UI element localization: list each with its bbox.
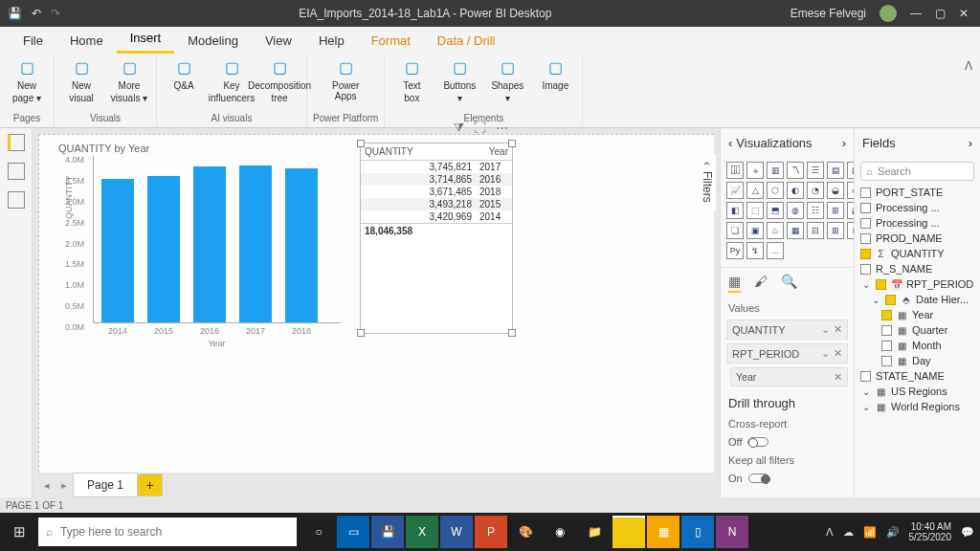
viz-type-icon[interactable]: ◒ (827, 182, 844, 199)
viz-type-icon[interactable]: ☷ (807, 202, 824, 219)
menu-help[interactable]: Help (305, 28, 358, 54)
field-prod-name[interactable]: PROD_NAME (855, 231, 980, 246)
resize-handle-icon[interactable] (357, 140, 365, 147)
user-name[interactable]: Emese Felvegi (791, 7, 866, 20)
powerbi-icon[interactable] (612, 516, 645, 548)
ribbon-newvisual-button[interactable]: ▢Newvisual (60, 57, 102, 103)
ribbon-image-button[interactable]: ▢Image (534, 57, 576, 93)
bar-2015[interactable] (147, 176, 180, 322)
table-row[interactable]: 3,745,8212017 (361, 161, 512, 173)
field-checkbox[interactable] (881, 310, 892, 320)
app-icon[interactable]: 💾 (371, 516, 404, 548)
chevron-down-icon[interactable]: ⌄ (821, 347, 830, 360)
report-view-icon[interactable] (8, 134, 25, 151)
field-checkbox[interactable] (881, 356, 892, 366)
model-view-icon[interactable] (8, 191, 25, 209)
report-canvas[interactable]: QUANTITY by Year QUANTITY 0.0M0.5M1.0M1.… (38, 134, 714, 473)
menu-data-drill[interactable]: Data / Drill (424, 28, 509, 54)
ribbon-power-apps-button[interactable]: ▢Power Apps (324, 57, 367, 103)
table-row[interactable]: 3,714,8652016 (361, 173, 512, 186)
field-checkbox[interactable] (860, 203, 871, 213)
field-processing-[interactable]: Processing ... (855, 215, 980, 231)
app-icon[interactable]: ▭ (337, 516, 369, 548)
save-icon[interactable]: 💾 (8, 7, 22, 20)
powerpoint-icon[interactable]: P (475, 516, 507, 548)
field-well-year[interactable]: Year ✕ (730, 367, 848, 386)
ribbon-shapes--button[interactable]: ▢Shapes▾ (486, 57, 528, 103)
field-port-state[interactable]: PORT_STATE (855, 185, 980, 200)
app-icon[interactable]: ▯ (681, 516, 714, 548)
field-us-regions[interactable]: ⌄▦US Regions (855, 384, 980, 399)
viz-type-icon[interactable]: ▣ (746, 222, 764, 239)
expand-icon[interactable]: ⌄ (870, 295, 880, 305)
viz-type-icon[interactable]: ⊟ (807, 222, 824, 239)
viz-type-icon[interactable]: ⬒ (767, 202, 784, 219)
viz-type-icon[interactable]: ⏚ (746, 162, 764, 179)
menu-format[interactable]: Format (358, 28, 424, 54)
cortana-icon[interactable]: ○ (302, 516, 335, 548)
ribbon-morevisuals--button[interactable]: ▢Morevisuals ▾ (108, 57, 150, 103)
ribbon-newpage--button[interactable]: ▢Newpage ▾ (6, 57, 48, 103)
viz-type-icon[interactable]: Py (726, 242, 744, 259)
bar-chart-visual[interactable]: QUANTITY by Year QUANTITY 0.0M0.5M1.0M1.… (58, 143, 341, 343)
viz-type-icon[interactable]: △ (746, 182, 764, 199)
menu-file[interactable]: File (10, 28, 56, 54)
redo-icon[interactable]: ↷ (51, 7, 60, 20)
field-checkbox[interactable] (860, 233, 871, 244)
viz-type-icon[interactable]: ◔ (807, 182, 824, 199)
start-button[interactable]: ⊞ (0, 523, 38, 540)
field-state-name[interactable]: STATE_NAME (855, 368, 980, 384)
field-checkbox[interactable] (881, 341, 892, 351)
field-processing-[interactable]: Processing ... (855, 200, 980, 215)
viz-type-icon[interactable]: ◐ (787, 182, 804, 199)
table-header[interactable]: QUANTITY Year (361, 143, 512, 161)
filter-icon[interactable]: ⧩ (454, 121, 464, 136)
ribbon-textbox-button[interactable]: ▢Textbox (390, 57, 433, 103)
maximize-icon[interactable]: ▢ (935, 7, 946, 20)
menu-insert[interactable]: Insert (117, 25, 175, 54)
ribbon-buttons--button[interactable]: ▢Buttons▾ (438, 57, 480, 103)
menu-view[interactable]: View (252, 28, 305, 54)
viz-type-icon[interactable]: ⊞ (827, 202, 844, 219)
viz-type-icon[interactable]: ❏ (726, 222, 744, 239)
app-icon[interactable]: 🎨 (509, 516, 542, 548)
next-page-icon[interactable]: ▸ (56, 479, 73, 492)
bar-2017[interactable] (239, 165, 272, 322)
minimize-icon[interactable]: — (910, 7, 922, 20)
add-page-button[interactable]: + (138, 474, 163, 496)
chevron-down-icon[interactable]: ⌄ (821, 323, 830, 336)
field-checkbox[interactable] (860, 187, 871, 198)
field-month[interactable]: ▦Month (855, 338, 980, 353)
remove-field-icon[interactable]: ✕ (834, 323, 842, 336)
filters-pane-collapsed[interactable]: ‹ Filters (699, 154, 716, 210)
user-avatar-icon[interactable] (880, 5, 897, 22)
field-year[interactable]: ▦Year (855, 307, 980, 322)
collapse-ribbon-icon[interactable]: ᐱ (965, 59, 972, 73)
viz-type-icon[interactable]: 📈 (726, 182, 744, 199)
field-checkbox[interactable] (881, 325, 892, 336)
ribbon-decompositiontree-button[interactable]: ▢Decompositiontree (258, 57, 301, 103)
notifications-icon[interactable]: 💬 (961, 526, 974, 539)
viz-type-icon[interactable]: ☰ (807, 162, 824, 179)
viz-type-icon[interactable]: 〽 (787, 162, 804, 179)
field-rpt-period[interactable]: ⌄📅RPT_PERIOD (855, 276, 980, 292)
cross-report-toggle[interactable] (747, 437, 768, 447)
taskbar-clock[interactable]: 10:40 AM 5/25/2020 (909, 521, 952, 542)
resize-handle-icon[interactable] (508, 329, 516, 337)
data-view-icon[interactable] (8, 163, 25, 180)
close-icon[interactable]: ✕ (959, 7, 969, 20)
word-icon[interactable]: W (440, 516, 473, 548)
collapse-pane-icon[interactable]: › (842, 136, 846, 150)
bar-2014[interactable] (101, 179, 134, 322)
wifi-icon[interactable]: 📶 (863, 526, 877, 539)
viz-type-icon[interactable]: ▥ (767, 162, 784, 179)
onedrive-icon[interactable]: ☁ (843, 526, 854, 539)
fields-tab-icon[interactable]: ▦ (728, 274, 741, 293)
field-world-regions[interactable]: ⌄▦World Regions (855, 399, 980, 414)
field-checkbox[interactable] (860, 249, 871, 259)
viz-type-icon[interactable]: ▤ (827, 162, 844, 179)
bar-2018[interactable] (285, 168, 318, 322)
viz-type-icon[interactable]: ♨ (767, 222, 784, 239)
analytics-tab-icon[interactable]: 🔍 (781, 274, 797, 293)
field-checkbox[interactable] (876, 279, 886, 290)
